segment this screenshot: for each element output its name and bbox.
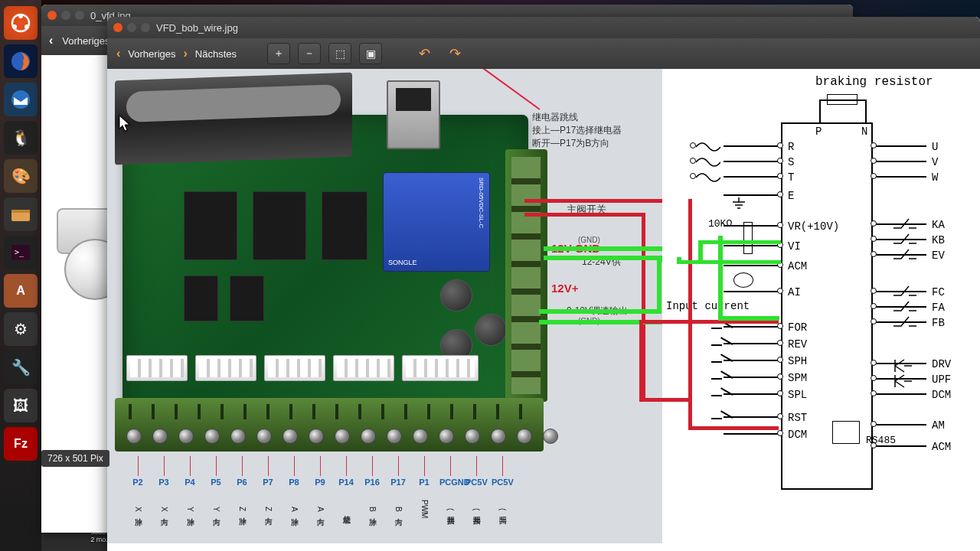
launcher-tool-icon[interactable]: 🔧 <box>4 350 38 384</box>
launcher-terminal-icon[interactable]: >_ <box>4 236 38 269</box>
capacitor <box>475 314 507 346</box>
annotation-12v-plus: 12V+ <box>551 282 578 295</box>
schematic-terminal-label: V <box>932 156 938 168</box>
image-canvas-front[interactable]: SONGLE SRD-05VDC-SL-C <box>107 69 980 551</box>
maximize-icon[interactable] <box>141 23 150 32</box>
svg-point-1 <box>18 14 23 18</box>
schematic-terminal-label: AM <box>932 419 945 432</box>
prev-label[interactable]: Vorheriges <box>62 35 109 47</box>
pin-label: P8A脉冲 <box>283 456 305 530</box>
wire-overlay-red <box>639 320 643 402</box>
minimize-icon[interactable] <box>61 11 70 20</box>
zoom-actual-button[interactable]: ▣ <box>359 43 382 64</box>
mouse-cursor <box>119 115 132 133</box>
next-arrow-icon[interactable]: › <box>183 47 187 60</box>
pin-label: P4Y脉冲 <box>179 456 201 530</box>
schematic-terminal-label: RST <box>788 412 807 424</box>
toolbar-front: ‹ Vorheriges › Nächstes ＋ － ⬚ ▣ ↶ ↷ <box>107 38 980 69</box>
header-connector <box>126 355 188 381</box>
wire-overlay-green <box>677 257 681 264</box>
launcher-gimp-icon[interactable]: 🎨 <box>4 159 38 193</box>
schematic-terminal-label: SPM <box>788 372 807 384</box>
maximize-icon[interactable] <box>75 11 84 20</box>
zoom-in-button[interactable]: ＋ <box>267 43 290 64</box>
schematic-terminal-label: U <box>932 141 938 153</box>
schematic-terminal-label: R <box>788 141 794 153</box>
wire-overlay-green <box>544 256 674 260</box>
schematic-region: braking resistor P N RSTEVR(+10V)VIACMAI… <box>662 69 980 551</box>
minimize-icon[interactable] <box>127 23 136 32</box>
terminal-block-right <box>505 149 547 402</box>
schematic-terminal-label: REV <box>788 338 807 350</box>
ic-chip <box>322 191 368 260</box>
relay-component: SONGLE SRD-05VDC-SL-C <box>383 172 490 272</box>
prev-label[interactable]: Vorheriges <box>128 48 175 60</box>
pin-label: P9A方向 <box>309 456 331 530</box>
wire-overlay-red <box>524 213 645 217</box>
pin-label: P14总使能 <box>335 456 357 530</box>
schematic-terminal-label: VR(+10V) <box>788 220 839 233</box>
schematic-terminal-label: W <box>932 171 938 184</box>
schematic-terminal-label: SPL <box>788 389 807 401</box>
launcher-firefox-icon[interactable] <box>4 44 38 78</box>
ic-chip <box>184 191 237 260</box>
rotate-left-button[interactable]: ↶ <box>413 43 436 64</box>
wire-overlay-green <box>657 257 662 314</box>
schematic-terminal-label: UPF <box>932 373 951 386</box>
pin-label: P6Z脉冲 <box>231 456 253 530</box>
wire-overlay-red <box>639 398 688 402</box>
schematic-terminal-label: FC <box>932 286 945 298</box>
zoom-out-button[interactable]: － <box>298 43 321 64</box>
schematic-terminal-label: KB <box>932 234 945 246</box>
window-controls <box>113 23 150 32</box>
svg-point-2 <box>12 24 17 29</box>
ic-chip <box>184 276 218 321</box>
pin-label: PC5V(共阳 <box>492 456 513 530</box>
svg-rect-7 <box>11 210 30 213</box>
schematic-terminal-label: SPH <box>788 355 807 367</box>
launcher-files-icon[interactable] <box>4 197 38 231</box>
schematic-terminal-label: KA <box>932 219 945 231</box>
wire-overlay-green <box>544 246 674 251</box>
launcher-dash-icon[interactable] <box>4 6 38 40</box>
prev-arrow-icon[interactable]: ‹ <box>116 47 120 60</box>
launcher-thunderbird-icon[interactable] <box>4 83 38 116</box>
titlebar-front[interactable]: VFD_bob_wire.jpg <box>107 17 980 38</box>
input-current-label: Input current <box>666 300 750 312</box>
schematic-title: braking resistor <box>815 75 933 89</box>
wire-overlay-green <box>539 309 662 314</box>
window-controls <box>47 11 84 20</box>
schematic-terminal-label: EV <box>932 249 945 262</box>
pin-label-row: P2X脉冲P3X方向P4Y脉冲P5Y方向P6Z脉冲P7Z方向P8A脉冲P9A方向… <box>122 456 551 540</box>
svg-point-3 <box>24 24 29 29</box>
db25-connector <box>115 73 352 165</box>
close-icon[interactable] <box>47 11 57 20</box>
rotate-right-button[interactable]: ↷ <box>443 43 466 64</box>
prev-arrow-icon[interactable]: ‹ <box>49 34 53 47</box>
annotation-relay-note: 继电器跳线 接上—P17选择继电器 断开—P17为B方向 <box>532 111 622 150</box>
schematic-terminal-label: VI <box>788 240 801 253</box>
pin-label: PC5V(共阳接 <box>466 456 487 530</box>
launcher-imageviewer-icon[interactable]: 🖼 <box>4 389 38 422</box>
launcher-filezilla-icon[interactable]: Fz <box>4 427 38 461</box>
pin-label: P1PWM <box>413 456 435 530</box>
schematic-terminal-label: AI <box>788 286 801 298</box>
annotation-arrow <box>428 69 541 110</box>
schematic-terminal-label: FA <box>932 302 945 314</box>
window-title-front: VFD_bob_wire.jpg <box>156 22 238 34</box>
close-icon[interactable] <box>113 23 122 32</box>
image-viewer-window-foreground[interactable]: VFD_bob_wire.jpg ‹ Vorheriges › Nächstes… <box>107 17 980 551</box>
zoom-fit-button[interactable]: ⬚ <box>328 43 351 64</box>
launcher-settings-icon[interactable]: ⚙ <box>4 312 38 346</box>
unity-launcher: 🐧 🎨 >_ A ⚙ 🔧 🖼 Fz <box>0 0 41 551</box>
launcher-app-icon[interactable]: 🐧 <box>4 121 38 155</box>
launcher-software-icon[interactable]: A <box>4 274 38 308</box>
wire-overlay-green <box>718 316 779 321</box>
annotation-gnd: (GND) <box>578 236 600 244</box>
schematic-terminal-label: DRV <box>932 358 951 370</box>
pcb-photo-region: SONGLE SRD-05VDC-SL-C <box>107 69 662 543</box>
pin-label: PCGND(共阴接 <box>439 456 461 530</box>
ic-chip <box>230 276 264 321</box>
next-label[interactable]: Nächstes <box>195 48 237 60</box>
wire-overlay-green <box>677 260 781 264</box>
